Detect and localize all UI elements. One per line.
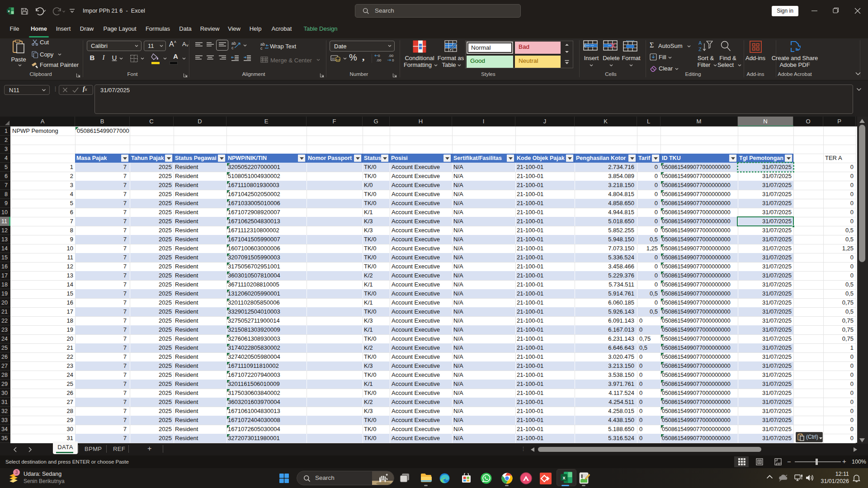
svg-text:c: c bbox=[231, 46, 234, 50]
svg-text:cc: cc bbox=[332, 57, 335, 60]
svg-text:A: A bbox=[698, 40, 702, 46]
svg-text:.00: .00 bbox=[388, 54, 394, 58]
svg-text:0: 0 bbox=[392, 58, 394, 62]
svg-text:0: 0 bbox=[378, 54, 380, 58]
svg-text:c: c bbox=[260, 46, 263, 50]
svg-text:Z: Z bbox=[698, 47, 702, 52]
svg-text:x: x bbox=[562, 475, 566, 480]
svg-text:ab: ab bbox=[231, 41, 236, 46]
svg-text:.00: .00 bbox=[376, 58, 382, 62]
svg-text:x: x bbox=[8, 9, 10, 13]
